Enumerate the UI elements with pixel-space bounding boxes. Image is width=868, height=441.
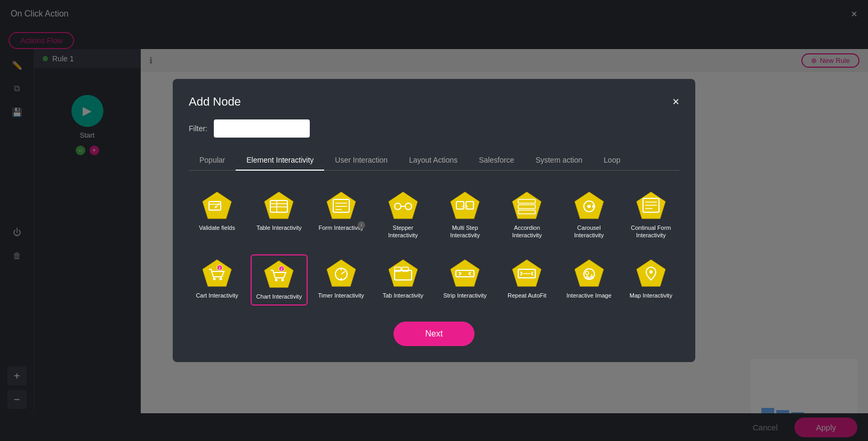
node-strip-interactivity[interactable]: Strip Interactivity [437, 254, 493, 306]
timer-interactivity-icon [326, 259, 357, 287]
multi-step-icon: <> [449, 191, 480, 220]
modal-overlay: Add Node × Filter: Popular Element Inter… [0, 0, 868, 441]
node-cart-interactivity[interactable]: 2 Cart Interactivity [189, 254, 245, 306]
node-form-interactivity[interactable]: Form Interactivity i [313, 187, 369, 244]
tab-loop[interactable]: Loop [593, 150, 631, 171]
filter-row: Filter: [189, 119, 679, 138]
strip-interactivity-label: Strip Interactivity [443, 292, 486, 299]
tab-interactivity-label: Tab Interactivity [383, 292, 423, 299]
svg-point-37 [213, 277, 216, 280]
svg-marker-51 [389, 260, 417, 286]
node-chart-interactivity[interactable]: 2 Chart Interactivity [251, 254, 307, 306]
repeat-autofit-icon [511, 259, 542, 287]
svg-marker-55 [451, 260, 479, 286]
chart-interactivity-label: Chart Interactivity [256, 293, 302, 300]
multi-step-interactivity-label: Multi Step Interactivity [441, 224, 489, 239]
form-interactivity-icon [326, 191, 357, 220]
svg-marker-36 [203, 260, 231, 286]
svg-point-43 [282, 278, 284, 281]
modal-tabs: Popular Element Interactivity User Inter… [189, 150, 679, 171]
tab-element-interactivity[interactable]: Element Interactivity [236, 150, 324, 171]
node-accordion-interactivity[interactable]: Accordion Interactivity [499, 187, 555, 244]
tab-layout-actions[interactable]: Layout Actions [398, 150, 468, 171]
node-multi-step-interactivity[interactable]: <> Multi Step Interactivity [437, 187, 493, 244]
filter-input[interactable] [214, 119, 310, 138]
modal-title: Add Node [189, 95, 241, 109]
tab-user-interaction[interactable]: User Interaction [324, 150, 398, 171]
node-continual-form[interactable]: Continual Form Interactivity [623, 187, 679, 244]
node-repeat-autofit[interactable]: Repeat AutoFit [499, 254, 555, 306]
interactive-image-icon [574, 259, 605, 287]
node-stepper-interactivity[interactable]: Stepper Interactivity [375, 187, 431, 244]
svg-marker-22 [512, 192, 541, 219]
modal-close-button[interactable]: × [672, 95, 679, 109]
nodes-grid: ✓ Validate fields Table Interactivity [189, 187, 679, 306]
filter-label: Filter: [189, 124, 207, 133]
next-button[interactable]: Next [393, 322, 475, 346]
svg-marker-9 [327, 192, 356, 219]
chart-interactivity-icon: 2 [263, 260, 294, 288]
continual-form-icon [636, 191, 666, 220]
tab-salesforce[interactable]: Salesforce [468, 150, 525, 171]
svg-text:2: 2 [219, 266, 221, 270]
svg-point-64 [649, 270, 653, 274]
continual-form-label: Continual Form Interactivity [627, 224, 675, 239]
node-validate-fields[interactable]: ✓ Validate fields [189, 187, 245, 244]
map-interactivity-label: Map Interactivity [630, 292, 672, 299]
svg-marker-41 [264, 261, 293, 287]
svg-marker-4 [264, 192, 293, 219]
node-interactive-image[interactable]: Interactive Image [561, 254, 617, 306]
cart-interactivity-icon: 2 [202, 259, 232, 287]
svg-text:►: ► [591, 203, 597, 209]
table-interactivity-icon [263, 191, 294, 220]
validate-fields-label: Validate fields [199, 224, 235, 231]
svg-point-42 [275, 278, 278, 281]
map-interactivity-icon [636, 259, 666, 287]
timer-interactivity-label: Timer Interactivity [318, 292, 364, 299]
validate-fields-icon: ✓ [202, 191, 232, 220]
add-node-modal: Add Node × Filter: Popular Element Inter… [173, 79, 695, 362]
svg-text:2: 2 [280, 267, 283, 271]
svg-text:◄: ◄ [585, 203, 591, 209]
form-interactivity-label: Form Interactivity [318, 224, 363, 231]
node-map-interactivity[interactable]: Map Interactivity [623, 254, 679, 306]
node-tab-interactivity[interactable]: Tab Interactivity [375, 254, 431, 306]
carousel-interactivity-label: Carousel Interactivity [565, 224, 613, 239]
tab-popular[interactable]: Popular [189, 150, 236, 171]
node-carousel-interactivity[interactable]: ◄ ► Carousel Interactivity [561, 187, 617, 244]
svg-marker-14 [389, 192, 417, 219]
form-interactivity-info-icon: i [358, 221, 365, 229]
svg-marker-46 [327, 260, 356, 286]
tab-system-action[interactable]: System action [525, 150, 593, 171]
interactive-image-label: Interactive Image [566, 292, 611, 299]
tab-interactivity-icon [388, 259, 419, 287]
stepper-interactivity-label: Stepper Interactivity [379, 224, 427, 239]
node-table-interactivity[interactable]: Table Interactivity [251, 187, 307, 244]
cart-interactivity-label: Cart Interactivity [196, 292, 238, 299]
repeat-autofit-label: Repeat AutoFit [508, 292, 546, 299]
modal-footer: Next [189, 322, 679, 346]
table-interactivity-label: Table Interactivity [256, 224, 302, 231]
strip-interactivity-icon [449, 259, 480, 287]
svg-marker-60 [575, 260, 604, 286]
svg-point-38 [220, 277, 222, 280]
carousel-icon: ◄ ► [574, 191, 605, 220]
accordion-interactivity-label: Accordion Interactivity [503, 224, 551, 239]
accordion-icon [511, 191, 542, 220]
modal-header: Add Node × [189, 95, 679, 109]
node-timer-interactivity[interactable]: Timer Interactivity [313, 254, 369, 306]
stepper-interactivity-icon [388, 191, 419, 220]
svg-text:<>: <> [462, 203, 469, 210]
svg-marker-57 [512, 260, 541, 286]
